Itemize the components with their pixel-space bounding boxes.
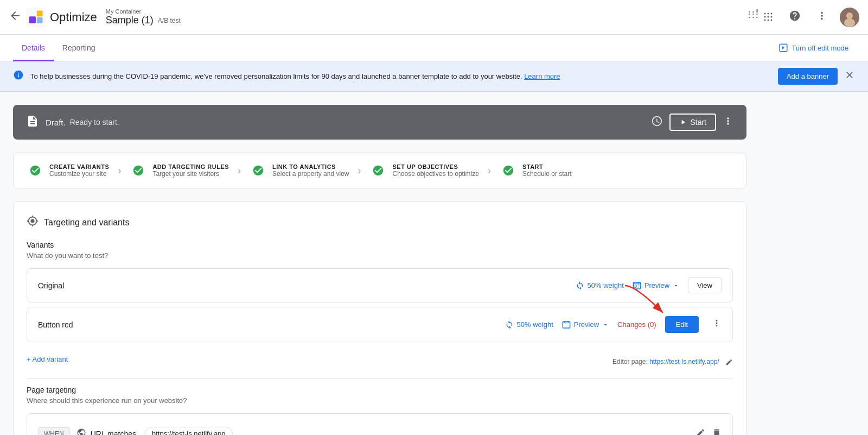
button-red-preview-button[interactable]: Preview	[562, 320, 609, 329]
step-4-icon	[369, 162, 387, 179]
step-1-icon	[27, 162, 44, 179]
targeting-row-actions	[695, 428, 722, 436]
apps-icon-button[interactable]	[743, 6, 777, 28]
svg-point-8	[768, 16, 769, 18]
step-arrow-2: ›	[238, 165, 241, 176]
page-targeting-sub: Where should this experience run on your…	[27, 396, 733, 405]
globe-icon	[76, 428, 86, 435]
original-view-button[interactable]: View	[688, 278, 722, 293]
step-start: START Schedule or start	[500, 162, 572, 179]
original-weight-button[interactable]: 50% weight	[576, 281, 624, 290]
svg-rect-2	[37, 10, 43, 16]
url-chip: https://test-ls.netlify.app	[145, 427, 233, 435]
banner-text: To help businesses during the COVID-19 p…	[30, 72, 769, 80]
variant-name-button-red: Button red	[38, 320, 103, 329]
app-logo	[26, 8, 46, 27]
step-create-variants: CREATE VARIANTS Customize your site	[27, 162, 109, 179]
draft-bar: Draft. Ready to start. Start	[13, 105, 746, 140]
when-badge: WHEN	[38, 427, 70, 436]
variant-actions-original: 50% weight Preview View	[576, 278, 722, 293]
more-vert-icon-button[interactable]	[813, 7, 831, 28]
tab-details[interactable]: Details	[13, 35, 54, 61]
close-banner-button[interactable]	[844, 70, 855, 83]
variant-row-button-red: Button red 50% weight Preview Changes (0…	[27, 307, 733, 342]
tab-reporting[interactable]: Reporting	[54, 35, 104, 61]
step-5-icon	[500, 162, 517, 179]
url-matches-label: URL matches	[91, 430, 136, 436]
nav-right	[743, 6, 859, 28]
draft-more-button[interactable]	[723, 116, 733, 129]
turn-off-edit-label: Turn off edit mode	[792, 44, 848, 52]
variants-label: Variants	[27, 241, 733, 249]
add-banner-button[interactable]: Add a banner	[778, 68, 838, 85]
start-button[interactable]: Start	[669, 114, 716, 131]
editor-page-url[interactable]: https://test-ls.netlify.app/	[649, 358, 719, 365]
targeting-variants-card: Targeting and variants Variants What do …	[13, 201, 746, 435]
edit-button[interactable]: Edit	[665, 316, 699, 333]
learn-more-link[interactable]: Learn more	[524, 72, 560, 80]
svg-point-4	[764, 13, 766, 15]
svg-point-9	[771, 16, 773, 18]
card-title-label: Targeting and variants	[44, 218, 129, 228]
targeting-icon	[27, 215, 39, 230]
draft-subtitle: Ready to start.	[70, 118, 119, 127]
page-targeting-section: Page targeting Where should this experie…	[27, 386, 733, 435]
step-1-text: CREATE VARIANTS Customize your site	[49, 163, 109, 178]
draft-label: Draft.	[46, 118, 66, 127]
step-arrow-1: ›	[118, 165, 121, 176]
targeting-edit-button[interactable]	[695, 428, 705, 436]
svg-point-11	[768, 20, 769, 21]
targeting-delete-button[interactable]	[712, 428, 722, 436]
editor-page-info: Editor page: https://test-ls.netlify.app…	[612, 357, 733, 365]
original-preview-button[interactable]: Preview	[633, 281, 679, 290]
step-arrow-3: ›	[358, 165, 361, 176]
changes-button[interactable]: Changes (0)	[617, 320, 656, 329]
info-banner: To help businesses during the COVID-19 p…	[0, 61, 868, 92]
targeting-row: WHEN URL matches https://test-ls.netlify…	[27, 413, 733, 435]
svg-point-12	[771, 20, 773, 21]
page-targeting-label: Page targeting	[27, 386, 733, 394]
main-content: Draft. Ready to start. Start CREATE VARI…	[0, 92, 760, 435]
svg-point-10	[764, 20, 766, 21]
step-3-text: LINK TO ANALYTICS Select a property and …	[272, 163, 349, 178]
svg-rect-19	[563, 321, 570, 328]
editor-page-edit-icon[interactable]	[725, 357, 733, 365]
section-divider	[27, 379, 733, 379]
step-targeting-rules: ADD TARGETING RULES Target your site vis…	[130, 162, 229, 179]
ab-badge: A/B test	[158, 17, 181, 24]
clock-icon-button[interactable]	[651, 115, 663, 130]
back-button[interactable]	[9, 9, 22, 25]
variant-row-original: Original 50% weight Preview View	[27, 268, 733, 302]
svg-rect-3	[37, 17, 43, 23]
add-variant-button[interactable]: + Add variant	[27, 351, 68, 368]
help-icon-button[interactable]	[786, 7, 804, 28]
svg-rect-1	[29, 16, 36, 23]
step-link-analytics: LINK TO ANALYTICS Select a property and …	[250, 162, 349, 179]
svg-point-5	[768, 13, 769, 15]
svg-point-7	[764, 16, 766, 18]
tabs: Details Reporting	[13, 35, 104, 61]
info-icon	[13, 70, 24, 83]
turn-off-edit-button[interactable]: Turn off edit mode	[772, 39, 855, 57]
draft-actions: Start	[651, 114, 733, 131]
container-info: My Container Sample (1) A/B test	[106, 8, 181, 26]
svg-point-14	[846, 12, 853, 19]
draft-icon	[26, 115, 39, 130]
tab-bar: Details Reporting Turn off edit mode	[0, 35, 868, 61]
step-2-text: ADD TARGETING RULES Target your site vis…	[152, 163, 229, 178]
step-3-icon	[250, 162, 267, 179]
app-name: Optimize	[50, 10, 97, 24]
targeting-inner-when: WHEN URL matches https://test-ls.netlify…	[38, 423, 722, 435]
step-objectives: SET UP OBJECTIVES Choose objectives to o…	[369, 162, 478, 179]
container-label: My Container	[106, 8, 181, 15]
user-avatar[interactable]	[840, 8, 859, 27]
button-red-more-button[interactable]	[712, 318, 722, 331]
variant-footer: + Add variant Editor page: https://test-…	[27, 346, 733, 372]
svg-point-15	[844, 18, 855, 27]
variant-actions-button-red: 50% weight Preview Changes (0) Edit	[505, 316, 722, 333]
step-4-text: SET UP OBJECTIVES Choose objectives to o…	[392, 163, 478, 178]
top-nav: Optimize My Container Sample (1) A/B tes…	[0, 0, 868, 35]
variants-section: Variants What do you want to test? Origi…	[27, 241, 733, 372]
step-2-icon	[130, 162, 147, 179]
button-red-weight-button[interactable]: 50% weight	[505, 320, 553, 329]
